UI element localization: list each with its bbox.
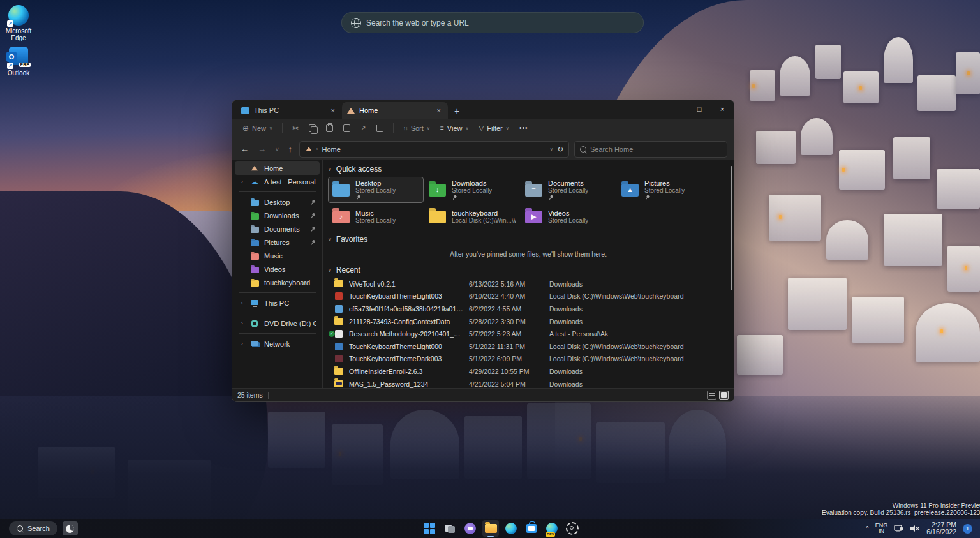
details-view-button[interactable]	[707, 391, 716, 400]
tab-icon	[241, 107, 249, 114]
tile-videos[interactable]: ▶ Videos Stored Locally	[521, 204, 616, 230]
share-button[interactable]: ↗	[357, 121, 369, 135]
more-options-button[interactable]: •••	[516, 121, 532, 135]
tray-date: 6/16/2022	[926, 528, 956, 535]
lang-line2: IN	[875, 528, 888, 534]
clock[interactable]: 2:27 PM 6/16/2022	[926, 521, 956, 535]
sidebar-item-documents[interactable]: Documents	[235, 222, 320, 235]
desktop-icon-edge[interactable]: ↗ Microsoft Edge	[0, 5, 37, 41]
sidebar-item-a-test-personal[interactable]: › ☁ A test - Personal	[235, 175, 320, 188]
expand-chevron-icon[interactable]: ›	[241, 341, 246, 347]
expand-chevron-icon[interactable]: ›	[241, 320, 246, 326]
sidebar-item-touchkeyboard[interactable]: touchkeyboard	[235, 276, 320, 289]
recent-file-row[interactable]: cf5a73fe0f1f4a0cd58a38b04219a0167354f87f…	[328, 303, 729, 315]
recent-file-row[interactable]: 211128-73493-ConfigContextData 5/28/2022…	[328, 315, 729, 328]
paste-button[interactable]	[322, 121, 337, 135]
sidebar-item-network[interactable]: › Network	[235, 337, 320, 350]
desktop-icon-outlook[interactable]: O PRE ↗ Outlook	[0, 46, 37, 77]
language-indicator[interactable]: ENG IN	[875, 523, 888, 534]
sort-button[interactable]: ↑↓ Sort ∨	[399, 121, 434, 135]
start-button[interactable]	[421, 520, 438, 537]
up-button[interactable]: ↑	[286, 144, 295, 154]
sidebar-item-desktop[interactable]: Desktop	[235, 195, 320, 209]
view-button[interactable]: ≡ View ∨	[436, 121, 473, 135]
sidebar-item-home[interactable]: Home	[235, 161, 320, 175]
recent-file-row[interactable]: ViVeTool-v0.2.1 6/13/2022 5:16 AM Downlo…	[328, 278, 729, 290]
large-icons-view-button[interactable]	[719, 391, 729, 400]
recent-file-row[interactable]: ✓ Research Methodology-20210401_040256-M…	[328, 327, 729, 340]
recent-file-row[interactable]: TouchKeyboardThemeDark003 5/1/2022 6:09 …	[328, 353, 729, 366]
sidebar-item-dvd-drive-d-cccoma-x64fi[interactable]: › DVD Drive (D:) CCCOMA_X64FI	[235, 317, 320, 330]
forward-button[interactable]: →	[256, 144, 268, 154]
recent-file-row[interactable]: TouchKeyboardThemeLight000 5/1/2022 11:3…	[328, 340, 729, 353]
file-date: 5/28/2022 3:30 PM	[469, 318, 544, 325]
maximize-button[interactable]: □	[688, 100, 711, 117]
notification-badge[interactable]: 1	[963, 524, 972, 534]
taskbar-search-button[interactable]: Search	[9, 521, 57, 535]
sidebar-item-downloads[interactable]: Downloads	[235, 209, 320, 222]
tab-this-pc[interactable]: This PC ×	[236, 102, 342, 119]
tray-chevron-up-icon[interactable]: ^	[866, 525, 869, 532]
file-explorer-icon	[485, 524, 497, 533]
sidebar-item-icon	[251, 340, 260, 348]
tab-home[interactable]: Home ×	[342, 102, 448, 119]
volume-muted-icon[interactable]	[910, 525, 920, 532]
section-recent[interactable]: ∨ Recent	[328, 264, 729, 276]
close-button[interactable]: ×	[711, 100, 734, 117]
copy-button[interactable]	[305, 121, 320, 135]
search-icon	[580, 146, 586, 153]
microsoft-store-button[interactable]	[523, 520, 540, 537]
file-name: TouchKeyboardThemeDark003	[349, 355, 464, 362]
sidebar-item-videos[interactable]: Videos	[235, 262, 320, 276]
section-quick-access[interactable]: ∨ Quick access	[328, 163, 729, 175]
back-button[interactable]: ←	[239, 144, 251, 154]
web-search-bar[interactable]: Search the web or type a URL	[341, 12, 644, 33]
tab-close-icon[interactable]: ×	[435, 107, 443, 114]
refresh-button[interactable]: ↻	[557, 145, 563, 154]
rename-button[interactable]	[339, 121, 354, 135]
tile-downloads[interactable]: ↓ Downloads Stored Locally	[424, 177, 520, 203]
sidebar-item-this-pc[interactable]: › This PC	[235, 296, 320, 310]
expand-chevron-icon[interactable]: ›	[241, 300, 246, 306]
task-view-button[interactable]	[442, 520, 458, 537]
tile-touchkeyboard[interactable]: touchkeyboard Local Disk (C:)\Win...\Web	[424, 204, 520, 230]
recent-locations-button[interactable]: ∨	[273, 146, 281, 153]
filter-button[interactable]: ▽ Filter ∨	[475, 121, 513, 135]
search-input[interactable]: Search Home	[574, 141, 727, 158]
recent-file-row[interactable]: TouchKeyboardThemeLight003 6/10/2022 4:4…	[328, 290, 729, 303]
teams-chat-button[interactable]	[462, 520, 479, 537]
new-button[interactable]: ⊕ New ∨	[239, 121, 276, 135]
expand-chevron-icon[interactable]: ›	[241, 179, 246, 184]
edge-button[interactable]	[503, 520, 519, 537]
settings-button[interactable]	[564, 520, 581, 537]
tile-name: Music	[355, 209, 396, 217]
tab-close-icon[interactable]: ×	[329, 107, 337, 114]
share-icon: ↗	[360, 125, 366, 131]
tile-desktop[interactable]: Desktop Stored Locally	[328, 177, 424, 203]
pin-icon	[309, 198, 317, 206]
tile-pictures[interactable]: ▲ Pictures Stored Locally	[617, 177, 713, 203]
cut-button[interactable]: ✂	[288, 121, 302, 135]
lit-window	[752, 84, 755, 88]
address-bar[interactable]: › Home ∨ ↻	[299, 141, 569, 158]
title-bar[interactable]: This PC × Home × + – □ ×	[232, 100, 734, 119]
file-explorer-button[interactable]	[482, 520, 499, 537]
edge-dev-button[interactable]: DEV	[544, 520, 560, 537]
address-dropdown-icon[interactable]: ∨	[550, 147, 553, 152]
minimize-button[interactable]: –	[665, 100, 688, 117]
recent-file-row[interactable]: MAS_1.5_Password_1234 4/21/2022 5:04 PM …	[328, 378, 729, 388]
scrollbar[interactable]	[731, 166, 732, 290]
sidebar-item-pictures[interactable]: Pictures	[235, 235, 320, 249]
folder-icon	[332, 184, 350, 197]
widgets-button[interactable]	[63, 521, 78, 535]
section-favorites[interactable]: ∨ Favorites	[328, 234, 729, 245]
sidebar-item-music[interactable]: Music	[235, 249, 320, 262]
breadcrumb[interactable]: Home	[322, 146, 340, 153]
tile-documents[interactable]: ≡ Documents Stored Locally	[521, 177, 616, 203]
delete-button[interactable]	[373, 121, 387, 135]
filter-label: Filter	[487, 124, 502, 132]
recent-file-row[interactable]: OfflineInsiderEnroll-2.6.3 4/29/2022 10:…	[328, 365, 729, 378]
tile-music[interactable]: ♪ Music Stored Locally	[328, 204, 424, 230]
network-icon[interactable]	[894, 525, 903, 533]
new-tab-button[interactable]: +	[448, 106, 466, 119]
